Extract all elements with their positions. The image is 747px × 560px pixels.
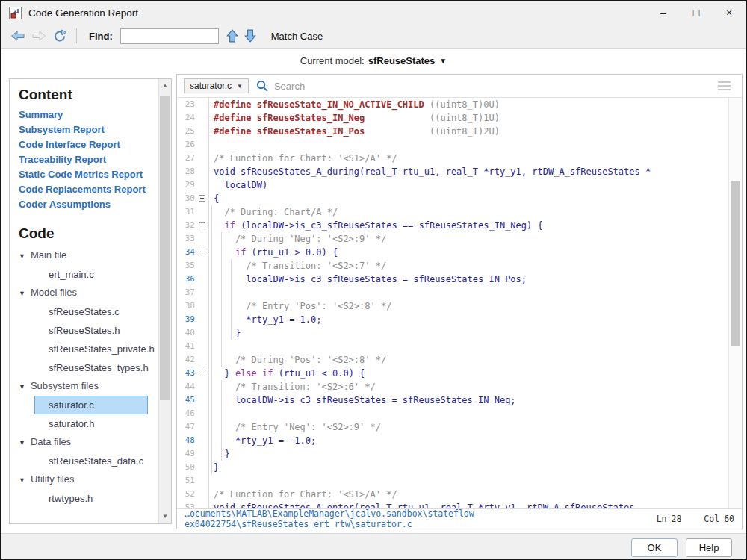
content-link[interactable]: Static Code Metrics Report xyxy=(19,167,158,182)
code-text: /* Entry 'Pos': '<S2>:8' */ xyxy=(208,299,728,313)
search-input[interactable]: Search xyxy=(274,81,305,92)
code-line: 23#define sfReuseState_IN_NO_ACTIVE_CHIL… xyxy=(177,98,728,111)
tree-file-selected[interactable]: saturator.c xyxy=(34,396,148,414)
fold-scope-line xyxy=(211,299,212,313)
code-text: /* Transition: '<S2>:6' */ xyxy=(208,380,728,393)
line-number: 50 xyxy=(177,461,197,474)
code-line: 27/* Function for Chart: '<S1>/A' */ xyxy=(177,152,728,165)
content-link[interactable]: Summary xyxy=(19,108,158,122)
sidebar-scrollbar[interactable]: ▲ ▼ xyxy=(158,79,171,523)
fold-scope-line xyxy=(211,393,212,407)
code-line[interactable]: 34 if (rtu_u1 > 0.0) { xyxy=(177,246,728,259)
sidebar-scroll-thumb[interactable] xyxy=(160,96,170,400)
code-line[interactable]: 43 } else if (rtu_u1 < 0.0) { xyxy=(177,367,728,380)
code-text: /* During 'Pos': '<S2>:8' */ xyxy=(208,353,728,367)
current-model-dropdown[interactable]: ▼ xyxy=(439,57,447,65)
line-number[interactable]: 48 xyxy=(177,434,197,447)
match-case-toggle[interactable]: Match Case xyxy=(271,31,323,42)
code-line[interactable]: 36 localDW->is_c3_sfReuseStates = sfReus… xyxy=(177,273,728,286)
line-number: 28 xyxy=(177,165,197,178)
help-button[interactable]: Help xyxy=(686,538,732,557)
tree-group[interactable]: ▼Data files xyxy=(19,433,158,452)
tree-group[interactable]: ▼Model files xyxy=(19,284,158,302)
find-previous-button[interactable] xyxy=(226,29,238,43)
fold-column xyxy=(197,380,208,393)
code-line[interactable]: 39 *rty_y1 = 1.0; xyxy=(177,313,728,326)
menu-icon[interactable] xyxy=(718,81,731,90)
minimize-button[interactable]: – xyxy=(647,1,680,24)
content-link[interactable]: Code Interface Report xyxy=(19,137,158,152)
line-number[interactable]: 36 xyxy=(177,273,197,286)
code-line[interactable]: 48 *rty_y1 = -1.0; xyxy=(177,434,728,447)
tree-group[interactable]: ▼Main file xyxy=(19,246,158,265)
tree-collapse-icon[interactable]: ▼ xyxy=(19,290,25,297)
code-text: } xyxy=(208,447,728,461)
fold-column xyxy=(197,138,208,152)
fold-collapse-icon[interactable] xyxy=(199,249,205,255)
fold-collapse-icon[interactable] xyxy=(199,195,205,202)
maximize-button[interactable]: □ xyxy=(680,1,713,24)
fold-scope-line xyxy=(231,259,232,273)
content-link[interactable]: Coder Assumptions xyxy=(19,197,158,212)
fold-column xyxy=(197,488,208,501)
find-input[interactable] xyxy=(120,28,219,44)
file-path: …ocuments\MATLAB\ExampleManager\jcalvo.s… xyxy=(185,508,657,529)
file-selector-value: saturator.c xyxy=(190,81,232,91)
ok-button[interactable]: OK xyxy=(631,538,678,557)
fold-scope-line xyxy=(221,259,222,273)
fold-column xyxy=(197,152,208,165)
refresh-button[interactable] xyxy=(52,29,67,43)
content-link[interactable]: Subsystem Report xyxy=(19,122,158,137)
line-number: 41 xyxy=(177,340,197,353)
find-label: Find: xyxy=(89,31,113,42)
forward-button[interactable] xyxy=(31,30,46,42)
tree-file[interactable]: sfReuseStates.h xyxy=(34,321,148,340)
line-number: 38 xyxy=(177,299,197,313)
tree-collapse-icon[interactable]: ▼ xyxy=(19,439,25,447)
fold-collapse-icon[interactable] xyxy=(199,222,205,228)
scroll-up-icon[interactable]: ▲ xyxy=(159,81,171,91)
tree-file[interactable]: rtwtypes.h xyxy=(34,489,148,508)
content-link[interactable]: Code Replacements Report xyxy=(19,182,158,197)
code-text: void sfReuseStates_A_enter(real_T rtu_u1… xyxy=(208,501,728,508)
code-heading: Code xyxy=(19,225,158,242)
fold-scope-line xyxy=(211,420,212,434)
line-number[interactable]: 43 xyxy=(177,367,197,380)
code-scroll-thumb[interactable] xyxy=(731,181,740,346)
fold-scope-line xyxy=(221,340,222,353)
tree-file[interactable]: sfReuseStates_private.h xyxy=(34,340,148,358)
tree-file[interactable]: sfReuseStates_data.c xyxy=(34,452,148,470)
tree-file[interactable]: sfReuseStates.c xyxy=(34,302,148,321)
scroll-down-icon[interactable]: ▼ xyxy=(159,511,171,522)
code-text: if (localDW->is_c3_sfReuseStates == sfRe… xyxy=(208,219,728,232)
file-selector-dropdown[interactable]: saturator.c ▼ xyxy=(184,78,249,93)
tree-file[interactable]: saturator.h xyxy=(34,414,148,433)
line-number: 24 xyxy=(177,111,197,125)
tree-collapse-icon[interactable]: ▼ xyxy=(19,476,25,484)
tree-group[interactable]: ▼Subsystem files xyxy=(19,377,158,396)
title-bar: Code Generation Report – □ × xyxy=(1,1,746,24)
content-link[interactable]: Traceability Report xyxy=(19,152,158,167)
tree-file[interactable]: sfReuseStates_types.h xyxy=(34,358,148,377)
tree-group[interactable]: ▼Utility files xyxy=(19,470,158,489)
code-line[interactable]: 45 localDW->is_c3_sfReuseStates = sfReus… xyxy=(177,393,728,407)
line-number[interactable]: 45 xyxy=(177,393,197,407)
tree-group-label: Data files xyxy=(31,436,71,447)
column-label: Col xyxy=(704,514,719,524)
fold-column xyxy=(197,447,208,461)
tree-collapse-icon[interactable]: ▼ xyxy=(19,383,25,391)
fold-collapse-icon[interactable] xyxy=(199,370,205,376)
tree-collapse-icon[interactable]: ▼ xyxy=(19,252,25,260)
close-button[interactable]: × xyxy=(713,1,746,24)
tree-file[interactable]: ert_main.c xyxy=(34,265,148,284)
code-line: 31 /* During: Chart/A */ xyxy=(177,205,728,219)
back-button[interactable] xyxy=(10,30,25,42)
code-line: 26 xyxy=(177,138,728,152)
code-text: /* Transition: '<S2>:7' */ xyxy=(208,259,728,273)
code-scrollbar[interactable] xyxy=(728,98,742,508)
line-number[interactable]: 34 xyxy=(177,246,197,259)
line-number[interactable]: 39 xyxy=(177,313,197,326)
code-line: 41 xyxy=(177,340,728,353)
find-next-button[interactable] xyxy=(244,29,256,43)
code-line: 46 xyxy=(177,407,728,420)
